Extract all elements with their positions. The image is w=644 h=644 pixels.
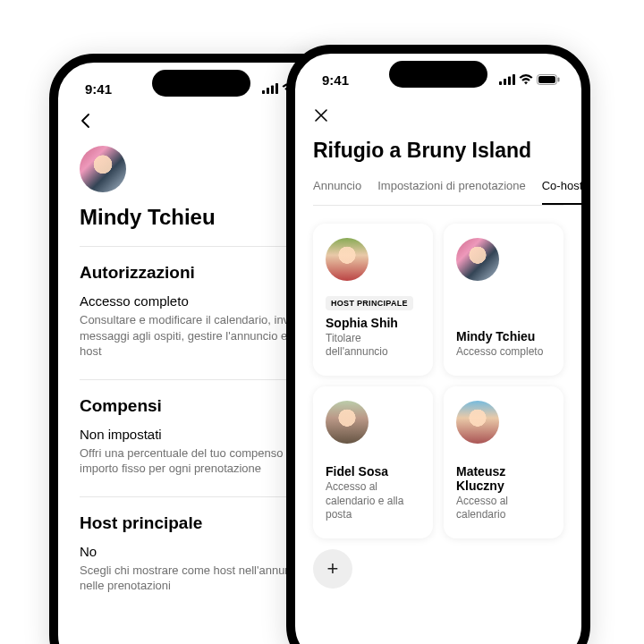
cohost-card[interactable]: Mateusz Kluczny Accesso al calendario (444, 386, 564, 538)
cellular-icon (262, 83, 278, 94)
svg-rect-12 (538, 76, 555, 83)
tabs: Annuncio Impostazioni di prenotazione Co… (313, 179, 564, 206)
close-icon[interactable] (313, 100, 327, 139)
cohost-name: Mindy Tchieu (456, 329, 551, 343)
svg-rect-7 (499, 81, 502, 85)
svg-rect-13 (558, 78, 560, 82)
cohost-role: Accesso al calendario e alla posta (326, 480, 420, 522)
battery-icon (537, 74, 560, 85)
avatar (456, 238, 499, 281)
svg-rect-3 (275, 83, 278, 94)
cohost-card[interactable]: Fidel Sosa Accesso al calendario e alla … (313, 386, 433, 538)
cellular-icon (499, 74, 515, 85)
svg-rect-1 (267, 88, 269, 94)
svg-rect-9 (508, 77, 511, 86)
tab-listing[interactable]: Annuncio (313, 179, 361, 205)
tab-booking-settings[interactable]: Impostazioni di prenotazione (377, 179, 526, 205)
primary-host-badge: HOST PRINCIPALE (326, 296, 413, 310)
notch (389, 61, 487, 88)
svg-rect-10 (513, 74, 515, 85)
status-time: 9:41 (322, 72, 349, 88)
cohost-role: Accesso completo (456, 345, 551, 360)
avatar (456, 401, 499, 444)
cohost-card[interactable]: Mindy Tchieu Accesso completo (444, 224, 564, 376)
avatar (326, 401, 369, 444)
status-indicators (499, 74, 560, 85)
cohost-name: Sophia Shih (326, 316, 420, 330)
status-time: 9:41 (85, 81, 112, 97)
cohost-name: Fidel Sosa (326, 464, 420, 479)
svg-rect-8 (504, 79, 506, 85)
add-cohost-button[interactable]: + (313, 549, 352, 589)
cohost-grid: HOST PRINCIPALE Sophia Shih Titolare del… (313, 206, 564, 538)
svg-rect-0 (262, 90, 265, 94)
wifi-icon (519, 74, 533, 85)
avatar (326, 238, 369, 281)
profile-avatar (80, 146, 126, 192)
cohost-role: Accesso al calendario (456, 495, 551, 522)
tab-cohost[interactable]: Co-host (542, 179, 583, 205)
phone-front-listing: 9:41 Rifugio a Bruny Island Annuncio Imp… (286, 45, 590, 644)
back-icon[interactable] (80, 107, 90, 146)
cohost-card[interactable]: HOST PRINCIPALE Sophia Shih Titolare del… (313, 224, 433, 376)
notch (152, 70, 250, 97)
plus-icon: + (327, 557, 339, 580)
cohost-name: Mateusz Kluczny (456, 464, 551, 493)
page-title: Rifugio a Bruny Island (313, 139, 564, 163)
cohost-role: Titolare dell'annuncio (326, 332, 420, 360)
svg-rect-2 (271, 86, 274, 95)
